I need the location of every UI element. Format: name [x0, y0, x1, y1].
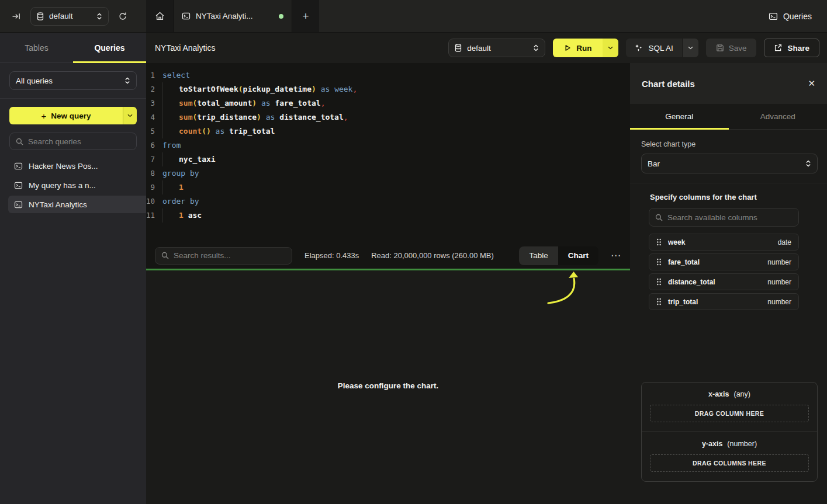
- new-query-button[interactable]: + New query: [9, 107, 137, 124]
- sidebar-tabs: Tables Queries: [0, 33, 146, 63]
- updown-icon: [533, 44, 539, 51]
- column-chip-distance_total[interactable]: distance_totalnumber: [649, 273, 799, 290]
- database-select[interactable]: default: [30, 7, 109, 26]
- drag-handle-icon: [656, 298, 662, 305]
- line-number: 10: [146, 194, 162, 208]
- columns-search[interactable]: [649, 208, 799, 227]
- code-line[interactable]: 91: [146, 180, 630, 194]
- new-query-section: + New query: [0, 99, 146, 127]
- chevron-down-icon: [127, 114, 133, 117]
- code-text: 1 asc: [162, 208, 202, 223]
- code-line[interactable]: 1select: [146, 68, 630, 82]
- configure-chart-message: Please configure the chart.: [146, 381, 630, 390]
- home-button[interactable]: [146, 0, 173, 32]
- code-line[interactable]: 4sum(trip_distance) as distance_total,: [146, 110, 630, 124]
- close-icon[interactable]: ✕: [808, 78, 815, 89]
- code-text: sum(trip_distance) as distance_total,: [162, 110, 348, 124]
- line-number: 9: [146, 180, 162, 194]
- code-line[interactable]: 5count() as trip_total: [146, 124, 630, 138]
- chart-details-header: Chart details ✕: [630, 63, 827, 104]
- query-search[interactable]: [9, 133, 137, 150]
- query-item-label: Hacker News Pos...: [29, 162, 98, 171]
- y-axis-dropzone[interactable]: DRAG COLUMNS HERE: [650, 454, 809, 472]
- view-toggle-chart[interactable]: Chart: [558, 246, 598, 265]
- search-icon: [16, 138, 23, 145]
- x-axis-section: x-axis(any)DRAG COLUMN HERE: [642, 383, 817, 432]
- code-line[interactable]: 10order by: [146, 194, 630, 208]
- updown-icon: [96, 13, 102, 20]
- tab-nytaxi-analytics[interactable]: NYTaxi Analyti...: [173, 0, 292, 32]
- drag-handle-icon: [656, 258, 662, 266]
- code-text: from: [162, 138, 181, 152]
- column-name: trip_total: [668, 298, 698, 306]
- dropzone-label: DRAG COLUMN HERE: [695, 410, 764, 417]
- code-line[interactable]: 6from: [146, 138, 630, 152]
- query-item-label: My query has a n...: [29, 181, 96, 190]
- code-line[interactable]: 7nyc_taxi: [146, 152, 630, 166]
- query-search-input[interactable]: [28, 137, 132, 146]
- column-chip-list: weekdatefare_totalnumberdistance_totalnu…: [649, 234, 799, 310]
- column-type: date: [778, 238, 791, 246]
- results-search-input[interactable]: [174, 251, 286, 260]
- chart-details-panel: Chart details ✕ General Advanced Select …: [630, 63, 827, 504]
- top-bar: default NYTaxi Analyti... + Queries: [0, 0, 827, 33]
- save-icon: [716, 44, 724, 52]
- chevron-down-icon: [608, 46, 613, 50]
- view-toggle: Table Chart: [519, 246, 598, 265]
- query-list-item[interactable]: NYTaxi Analytics: [8, 196, 146, 213]
- axis-name: x-axis: [708, 390, 729, 398]
- column-chip-trip_total[interactable]: trip_totalnumber: [649, 293, 799, 310]
- code-line[interactable]: 3sum(total_amount) as fare_total,: [146, 96, 630, 110]
- new-tab-button[interactable]: +: [292, 0, 319, 32]
- columns-search-input[interactable]: [667, 213, 793, 222]
- queries-button[interactable]: Queries: [769, 12, 812, 21]
- refresh-icon[interactable]: [115, 8, 131, 25]
- tab-advanced[interactable]: Advanced: [729, 104, 827, 129]
- query-list-item[interactable]: My query has a n...: [8, 176, 146, 194]
- code-line[interactable]: 2toStartOfWeek(pickup_datetime) as week,: [146, 82, 630, 96]
- run-button[interactable]: Run: [553, 39, 618, 57]
- new-query-dropdown[interactable]: [123, 107, 137, 124]
- code-line[interactable]: 8group by: [146, 166, 630, 180]
- x-axis-dropzone[interactable]: DRAG COLUMN HERE: [650, 405, 809, 422]
- sql-ai-label: SQL AI: [648, 44, 673, 53]
- save-button[interactable]: Save: [706, 39, 757, 57]
- top-bar-right: Queries: [319, 0, 827, 32]
- column-chip-fare_total[interactable]: fare_totalnumber: [649, 253, 799, 270]
- sidebar: Tables Queries All queries + New query H…: [0, 33, 146, 504]
- column-chip-week[interactable]: weekdate: [649, 234, 799, 251]
- tab-general[interactable]: General: [630, 104, 729, 129]
- y-axis-section: y-axis(number)DRAG COLUMNS HERE: [642, 432, 817, 481]
- share-button[interactable]: Share: [764, 39, 819, 57]
- drag-handle-icon: [656, 238, 662, 246]
- run-database-select[interactable]: default: [448, 39, 545, 57]
- results-toolbar: Elapsed: 0.433s Read: 20,000,000 rows (2…: [146, 242, 630, 269]
- sql-ai-button[interactable]: SQL AI: [626, 39, 698, 57]
- sql-editor[interactable]: 1select2toStartOfWeek(pickup_datetime) a…: [146, 63, 630, 242]
- query-terminal-icon: [14, 162, 23, 171]
- plus-icon: +: [41, 111, 46, 121]
- code-text: sum(total_amount) as fare_total,: [162, 96, 325, 110]
- query-list-item[interactable]: Hacker News Pos...: [8, 157, 146, 175]
- results-search[interactable]: [155, 247, 292, 265]
- sql-ai-dropdown[interactable]: [682, 39, 698, 57]
- line-number: 6: [146, 138, 162, 152]
- collapse-sidebar-icon[interactable]: [8, 8, 25, 25]
- run-dropdown[interactable]: [603, 39, 618, 57]
- query-filter-select[interactable]: All queries: [9, 71, 137, 90]
- tab-tables[interactable]: Tables: [0, 33, 73, 62]
- chart-type-select[interactable]: Bar: [641, 154, 818, 173]
- code-text: order by: [162, 194, 199, 208]
- axis-label: x-axis(any): [650, 390, 809, 398]
- more-icon[interactable]: ⋯: [611, 253, 621, 259]
- code-text: count() as trip_total: [162, 124, 275, 138]
- column-name: week: [668, 238, 685, 246]
- code-line[interactable]: 111 asc: [146, 208, 630, 223]
- share-label: Share: [787, 44, 809, 53]
- line-number: 2: [146, 82, 162, 96]
- view-toggle-table[interactable]: Table: [519, 246, 558, 265]
- tab-queries[interactable]: Queries: [73, 33, 146, 62]
- code-text: group by: [162, 166, 199, 180]
- chevron-down-icon: [688, 46, 693, 50]
- query-list: Hacker News Pos...My query has a n...NYT…: [0, 157, 146, 213]
